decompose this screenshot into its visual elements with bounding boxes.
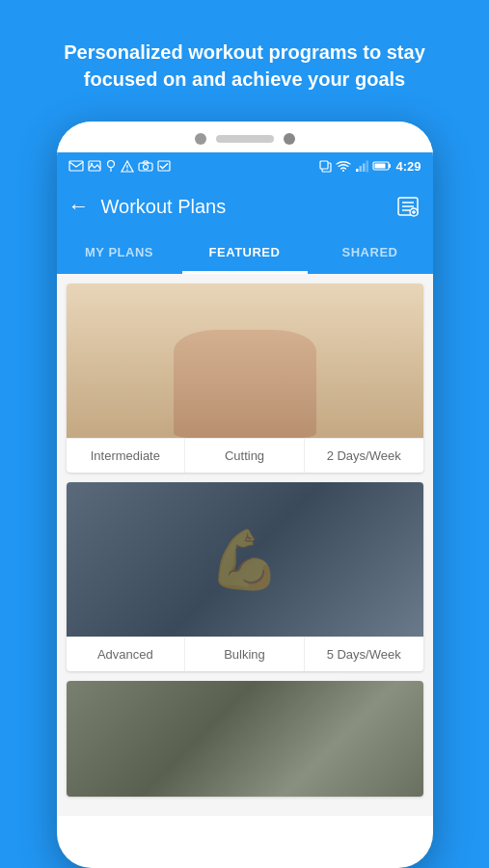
signal-icon <box>355 160 368 173</box>
card-tag-type-1: Cutting <box>185 439 305 473</box>
check-icon <box>157 160 171 172</box>
card-tags-2: Advanced Bulking 5 Days/Week <box>67 637 423 671</box>
app-bar-title: Workout Plans <box>101 196 394 218</box>
svg-point-3 <box>107 161 114 168</box>
status-time: 4:29 <box>395 159 421 174</box>
card-tag-level-1: Intermediate <box>67 439 186 473</box>
svg-rect-14 <box>356 169 359 172</box>
phone-frame: 4:29 ← Workout Plans MY PLANS FEATURED S… <box>57 122 433 868</box>
content-area: Six Week Six Pack Abs Intermediate Cutti… <box>57 274 433 816</box>
dumbbell-figure <box>67 482 423 637</box>
status-icons-right: 4:29 <box>319 159 421 174</box>
card-image-1: Six Week Six Pack Abs <box>67 284 423 438</box>
workout-card-1[interactable]: Six Week Six Pack Abs Intermediate Cutti… <box>67 284 423 473</box>
svg-rect-16 <box>363 163 366 172</box>
card-tag-type-2: Bulking <box>185 637 305 671</box>
abs-figure <box>67 284 423 438</box>
tabs-bar: MY PLANS FEATURED SHARED <box>57 233 433 274</box>
front-camera <box>195 133 206 145</box>
svg-rect-15 <box>360 166 363 172</box>
card-image-2: Building Solid Muscle <box>67 482 423 637</box>
card-tag-days-2: 5 Days/Week <box>305 637 423 671</box>
card-tag-level-2: Advanced <box>67 637 186 671</box>
back-button[interactable]: ← <box>68 194 90 219</box>
email-icon <box>68 160 84 172</box>
speaker <box>216 135 274 143</box>
card-image-3-partial <box>67 681 423 797</box>
search-filter-icon[interactable] <box>394 193 421 220</box>
pin-icon <box>105 159 117 173</box>
svg-rect-19 <box>375 164 386 169</box>
card-tags-1: Intermediate Cutting 2 Days/Week <box>67 438 423 473</box>
image-icon <box>88 160 101 172</box>
svg-rect-17 <box>367 160 369 172</box>
status-icons-left <box>68 159 171 173</box>
svg-rect-20 <box>389 164 391 168</box>
tab-my-plans[interactable]: MY PLANS <box>57 233 182 274</box>
camera-icon <box>138 160 153 172</box>
svg-point-7 <box>126 169 128 171</box>
tab-shared[interactable]: SHARED <box>308 233 433 274</box>
svg-point-9 <box>143 165 148 170</box>
copy-icon <box>319 160 332 173</box>
tab-featured[interactable]: FEATURED <box>182 233 308 274</box>
svg-rect-13 <box>320 161 328 169</box>
svg-marker-10 <box>143 161 149 163</box>
headline: Personalized workout programs to stay fo… <box>0 0 489 122</box>
workout-card-2[interactable]: Building Solid Muscle Advanced Bulking 5… <box>67 482 423 671</box>
warning-icon <box>121 160 134 173</box>
workout-card-3-partial[interactable] <box>67 681 423 797</box>
battery-icon <box>372 160 392 172</box>
phone-top-bezel <box>57 122 433 152</box>
svg-rect-0 <box>69 161 83 171</box>
sensor <box>284 133 295 145</box>
card-tag-days-1: 2 Days/Week <box>305 439 423 473</box>
svg-rect-11 <box>158 161 170 171</box>
app-bar: ← Workout Plans <box>57 179 433 233</box>
status-bar: 4:29 <box>57 152 433 179</box>
wifi-icon <box>336 160 351 173</box>
